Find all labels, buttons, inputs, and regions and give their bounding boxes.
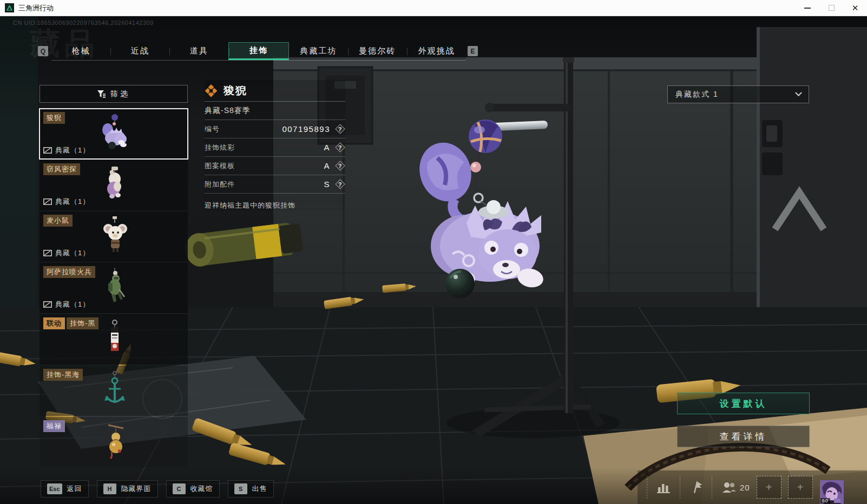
collection-icon	[43, 250, 52, 256]
item-name-tag: 狻猊	[43, 112, 65, 124]
filter-label: 筛选	[110, 89, 130, 99]
maximize-icon	[829, 5, 835, 11]
item-collection: 典藏（1）	[43, 248, 90, 258]
item-thumb	[92, 112, 135, 157]
linkage-badge: 联动	[43, 317, 65, 329]
charm-name: 狻猊	[224, 83, 247, 98]
item-name-tag: 窃风密探	[43, 163, 80, 175]
maximize-button[interactable]	[819, 0, 843, 16]
item-thumb	[92, 164, 135, 208]
hint-back[interactable]: Esc 返回	[41, 480, 89, 498]
detail-row-accessory: 附加配件 S ?	[205, 175, 345, 194]
player-avatar[interactable]: 60	[820, 480, 844, 504]
row-value: 007195893	[282, 124, 330, 134]
esc-keycap: Esc	[47, 483, 62, 494]
charm-detail-panel: 狻猊 典藏-S8赛季 编号 007195893 ? 挂饰炫彩 A ? 图案模板 …	[205, 80, 345, 210]
flag-icon[interactable]	[689, 480, 702, 494]
collection-label: 典藏（1）	[55, 197, 90, 207]
tab-mandel-brick[interactable]: 曼德尔砖	[348, 42, 407, 60]
collection-label: 典藏（1）	[55, 248, 90, 258]
charm-list-item[interactable]: 挂饰-黑海	[40, 366, 188, 416]
hint-hide-ui[interactable]: H 隐藏界面	[97, 480, 158, 498]
close-icon: ✕	[852, 4, 859, 12]
help-icon[interactable]: ?	[335, 179, 345, 189]
tab-appearance-challenge[interactable]: 外观挑战	[407, 42, 466, 60]
charm-list-item[interactable]: 麦小鼠 典藏（1）	[40, 211, 188, 262]
filter-button[interactable]: 筛选	[40, 85, 188, 103]
category-tabbar: 枪械 近战 道具 挂饰 典藏工坊 曼德尔砖 外观挑战	[51, 42, 466, 61]
s-keycap: S	[234, 483, 247, 494]
chevron-down-icon	[795, 89, 802, 96]
app-logo-icon	[5, 3, 14, 12]
row-label: 挂饰炫彩	[205, 143, 235, 152]
account-uid: CN UID:18653006902209763546,202604142309	[13, 19, 154, 26]
item-name-tag: 福禄	[43, 420, 65, 432]
hint-sell[interactable]: S 出售	[228, 480, 274, 498]
charm-list-item[interactable]: 狻猊 典藏（1）	[40, 109, 188, 159]
tab-melee[interactable]: 近战	[110, 42, 169, 60]
collection-label: 典藏（1）	[55, 145, 90, 155]
charm-list-item[interactable]: 阿萨拉喷火兵 典藏（1）	[40, 263, 188, 313]
hint-collection-hall[interactable]: C 收藏馆	[166, 480, 220, 498]
divider	[647, 476, 647, 499]
minimize-button[interactable]	[796, 0, 819, 16]
c-keycap: C	[173, 483, 186, 494]
item-name-tag: 挂饰-黑	[67, 317, 98, 329]
item-collection: 典藏（1）	[43, 300, 90, 309]
rarity-diamond-icon	[205, 84, 218, 97]
team-count: 20	[740, 483, 750, 492]
shortcut-hints: Esc 返回 H 隐藏界面 C 收藏馆 S 出售	[41, 480, 274, 498]
window-titlebar: 三角洲行动 ✕	[0, 0, 867, 16]
row-label: 编号	[205, 124, 220, 134]
status-icon-strip: 20 + + 60	[638, 470, 867, 504]
minimize-icon	[804, 8, 811, 9]
row-value: A	[324, 161, 330, 170]
item-name-tag: 麦小鼠	[43, 215, 73, 227]
row-label: 图案模板	[205, 161, 235, 171]
detail-row-pattern: 图案模板 A ?	[205, 157, 345, 175]
tab-collection-workshop[interactable]: 典藏工坊	[289, 42, 348, 60]
item-name-tag: 阿萨拉喷火兵	[43, 266, 95, 278]
row-label: 附加配件	[205, 180, 235, 189]
charm-season: 典藏-S8赛季	[205, 102, 345, 120]
stats-chart-icon[interactable]	[656, 481, 671, 494]
charm-list-item[interactable]: 福禄	[40, 417, 188, 467]
collection-icon	[43, 301, 52, 308]
tab-charms[interactable]: 挂饰	[228, 42, 288, 60]
help-icon[interactable]: ?	[335, 142, 345, 152]
plus-icon: +	[766, 481, 772, 494]
detail-row-colorway: 挂饰炫彩 A ?	[205, 138, 345, 157]
close-button[interactable]: ✕	[843, 0, 867, 16]
style-dropdown-value: 典藏款式 1	[675, 90, 719, 100]
funnel-icon	[97, 90, 106, 98]
tab-prev-keycap: Q	[38, 46, 48, 56]
collection-label: 典藏（1）	[55, 300, 90, 309]
item-thumb	[92, 267, 135, 311]
help-icon[interactable]: ?	[335, 161, 345, 171]
team-icon[interactable]	[721, 481, 736, 494]
add-slot-button[interactable]: +	[757, 476, 781, 499]
divider	[712, 476, 712, 499]
set-default-button[interactable]: 设置默认	[677, 393, 810, 414]
view-details-button[interactable]: 查看详情	[677, 426, 810, 447]
detail-row-serial: 编号 007195893 ?	[205, 120, 345, 138]
item-thumb	[92, 421, 135, 465]
charm-list-item[interactable]: 联动 挂饰-黑	[40, 314, 188, 364]
item-collection: 典藏（1）	[43, 145, 90, 155]
collection-icon	[43, 198, 52, 205]
style-dropdown[interactable]: 典藏款式 1	[667, 85, 809, 103]
charm-list-item[interactable]: 窃风密探 典藏（1）	[40, 160, 188, 210]
charm-description: 迎祥纳福主题中的狻猊挂饰	[205, 194, 345, 210]
collection-icon	[43, 147, 52, 154]
avatar-level-badge: 60	[820, 498, 830, 503]
row-value: A	[324, 143, 330, 152]
tab-items[interactable]: 道具	[169, 42, 228, 60]
help-icon[interactable]: ?	[335, 124, 345, 134]
item-thumb	[92, 215, 135, 260]
charm-list: 狻猊 典藏（1） 窃风密探 典藏（1） 麦小鼠	[40, 109, 188, 468]
add-slot-button[interactable]: +	[788, 476, 813, 499]
tab-guns[interactable]: 枪械	[51, 42, 110, 60]
item-name-tag: 挂饰-黑海	[43, 369, 83, 381]
plus-icon: +	[797, 481, 804, 494]
tab-next-keycap: E	[468, 46, 478, 56]
